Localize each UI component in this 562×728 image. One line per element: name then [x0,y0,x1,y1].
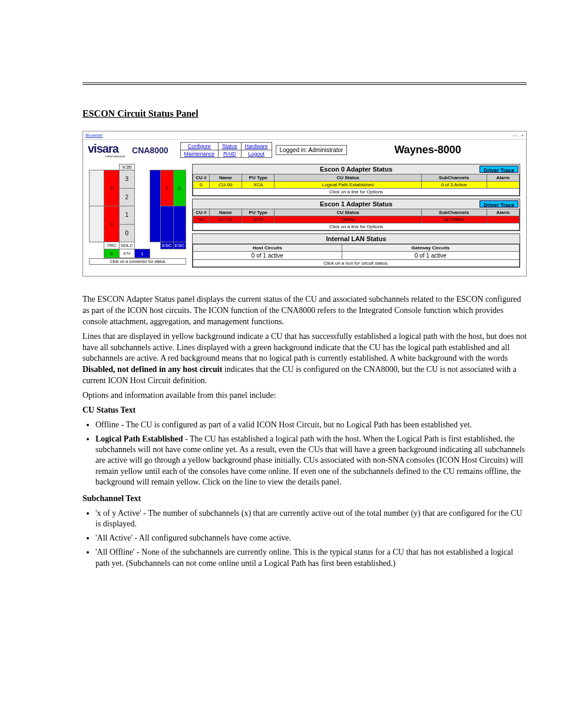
escon1-row[interactable]: 10 CU-10 XCA Offline All Offline [193,216,520,223]
col-pu: PU Type [242,209,275,216]
col-alarm: Alarm [487,209,519,216]
escon0-hint: Click on a line for Options [193,189,520,196]
hostname: Waynes-8000 [394,144,461,156]
cell-alarm [487,182,519,189]
col-subch: SubChannels [421,174,487,182]
min-icon[interactable]: — [513,133,517,138]
browser-titlebar: Browser — × [83,131,526,140]
col-status: CU Status [275,209,421,216]
lan-block: Internal LAN Status Host Circuits Gatewa… [192,233,520,268]
cell-pu: XCA [242,216,275,223]
status-panels: Escon 0 Adapter Status Driver Trace CU #… [192,164,520,270]
para-3: Options and information available from t… [82,390,527,401]
nav-logout[interactable]: Logout [241,150,272,158]
port-red-0b[interactable]: 0 [104,206,119,242]
para-1: The ESCON Adapter Status panel displays … [82,294,527,328]
port-green-0[interactable]: 0 [173,170,186,206]
escon0-title: Escon 0 Adapter Status [320,166,392,173]
bus-bar[interactable] [150,170,161,242]
logo: visara [88,142,125,156]
document-body: The ESCON Adapter Status panel displays … [82,294,527,569]
li-sub-alloffline: 'All Offline' - None of the subchannels … [95,547,527,568]
lan-gw-value[interactable]: 0 of 1 active [342,252,519,260]
nav-status[interactable]: Status [219,143,242,150]
trc-port[interactable]: 0 [104,249,119,258]
nav-configure[interactable]: Configure [180,143,219,150]
escon0-block: Escon 0 Adapter Status Driver Trace CU #… [192,164,520,196]
cell-cu: 0 [193,182,210,189]
col-name: Name [209,174,242,182]
esc-label-2[interactable]: ESC [173,242,186,249]
cell-stat: Logical Path Established [275,182,421,189]
li-sub-allactive: 'All Active' - All configured subchannel… [95,533,527,543]
li-sub-xofy: 'x of y Active' - The number of subchann… [95,508,527,529]
slot-2[interactable]: 2 [119,188,135,206]
col-status: CU Status [275,174,421,182]
col-cu: CU # [193,174,210,182]
escon1-hint: Click on a line for Options [193,223,520,230]
lan-title: Internal LAN Status [193,234,520,244]
eth-port[interactable]: 1 [135,249,150,258]
subch-list: 'x of y Active' - The number of subchann… [95,508,527,569]
escon1-title: Escon 1 Adapter Status [320,200,392,207]
lan-gw-header: Gateway Circuits [342,245,519,252]
logo-subtext: International [105,154,125,158]
li-offline: Offline - The CU is configured as part o… [95,420,527,430]
product-name: CNA8000 [132,146,168,155]
lan-host-header: Host Circuits [193,245,342,252]
lan-hint: Click on a box for circuit status. [193,260,520,267]
col-alarm: Alarm [487,174,519,182]
map-hint: Click on a connector for status [89,258,186,265]
cell-pu: XCA [242,182,275,189]
cell-name: CU-10 [209,216,242,223]
screenshot: Browser — × visara International CNA8000… [82,131,527,276]
nav-raid[interactable]: RAID [219,150,242,158]
cu-status-list: Offline - The CU is configured as part o… [95,420,527,487]
bus-bar-2[interactable] [161,206,173,242]
section-title: ESCON Circuit Status Panel [82,108,527,119]
section-divider [82,83,527,85]
cell-cu: 10 [193,216,210,223]
bus-bar-3[interactable] [173,206,186,242]
col-pu: PU Type [242,174,275,182]
escon0-driver-trace-button[interactable]: Driver Trace [480,166,518,173]
escon1-driver-trace-button[interactable]: Driver Trace [480,200,518,207]
nav-hardware[interactable]: Hardware [241,143,272,150]
escon1-block: Escon 1 Adapter Status Driver Trace CU #… [192,199,520,231]
browser-url: Browser [85,133,103,138]
para-2: Lines that are displayed in yellow backg… [82,331,527,387]
col-subch: SubChannels [421,209,487,216]
col-name: Name [209,209,242,216]
cell-alarm [487,216,519,223]
cell-sub: 0 of 3 Active [421,182,487,189]
esc-label-1[interactable]: ESC [161,242,173,249]
port-red-0a[interactable]: 0 [104,170,119,206]
slot-3[interactable]: 3 [119,170,135,189]
cell-stat: Offline [275,216,421,223]
heading-cu-status: CU Status Text [82,405,527,416]
logged-in-status: Logged in: Administrator [276,145,348,155]
slot-1[interactable]: 1 [119,206,135,225]
lan-host-value[interactable]: 0 of 1 active [193,252,342,260]
nav-maintenance[interactable]: Maintenance [180,150,219,158]
cell-name: CU-00 [209,182,242,189]
nav-menu: Configure Status Hardware Maintenance RA… [180,142,272,158]
li-logical-path: Logical Path Established - The CU has es… [95,434,527,487]
close-icon[interactable]: × [521,133,524,138]
heading-subch: Subchannel Text [82,493,527,505]
cell-sub: All Offline [421,216,487,223]
app-header: visara International CNA8000 Configure S… [83,140,526,160]
eth-label: ETH [119,249,135,258]
col-cu: CU # [193,209,210,216]
sdlc-label: SDLC [119,242,135,249]
trc-label: TRC [104,242,119,249]
escon0-row[interactable]: 0 CU-00 XCA Logical Path Established 0 o… [193,182,520,189]
slot-0[interactable]: 0 [119,224,135,242]
hardware-map: V.35 0 3 1 0 2 [89,164,186,270]
port-red-1[interactable]: 1 [161,170,173,206]
v35-label: V.35 [119,164,135,170]
